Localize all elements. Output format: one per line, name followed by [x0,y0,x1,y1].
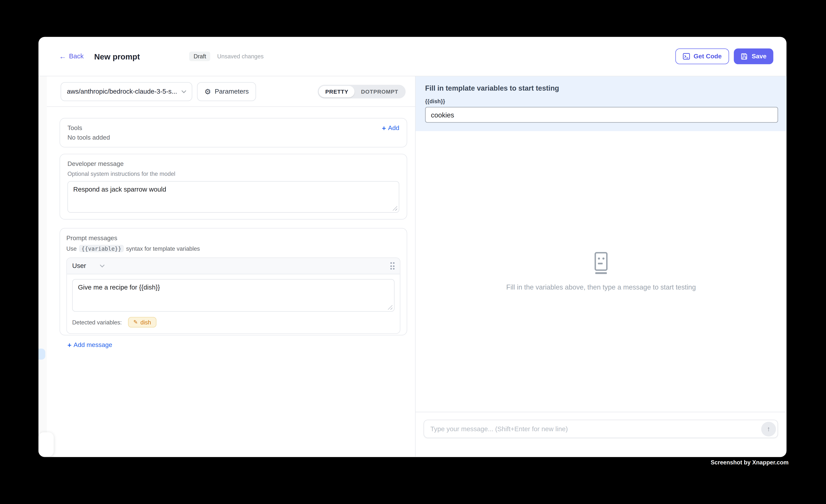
tools-empty-text: No tools added [67,134,399,141]
format-toggle: PRETTY DOTPROMPT [318,84,406,98]
watermark-text: Screenshot by Xnapper.com [711,459,789,465]
page-title: New prompt [94,52,140,61]
hint-prefix: Use [66,245,77,252]
variable-chip-label: dish [140,319,151,325]
save-label: Save [752,53,766,60]
detected-variables-label: Detected variables: [72,319,122,325]
get-code-label: Get Code [694,53,722,60]
developer-message-subtitle: Optional system instructions for the mod… [67,171,399,177]
add-message-button[interactable]: + Add message [67,341,112,349]
send-button[interactable]: ↑ [761,422,776,436]
hint-suffix: syntax for template variables [126,245,200,252]
get-code-button[interactable]: Get Code [675,48,729,64]
back-label: Back [69,53,84,60]
back-arrow-icon: ← [59,53,66,60]
plus-icon: + [67,341,71,348]
chat-message-input[interactable] [423,420,778,438]
variable-dish-input[interactable] [425,107,778,123]
developer-message-title: Developer message [67,160,399,167]
add-tool-button[interactable]: + Add [382,124,399,132]
terminal-icon [683,53,690,60]
drag-handle-icon[interactable] [390,262,395,269]
variable-syntax-chip: {{variable}} [79,245,124,252]
gear-icon: ⚙︎ [204,87,211,95]
status-badge: Draft [189,52,211,61]
template-variables-section: Fill in template variables to start test… [416,76,786,131]
unsaved-changes-text: Unsaved changes [217,53,263,60]
send-arrow-icon: ↑ [767,425,770,433]
back-button[interactable]: ← Back [59,53,83,60]
message-block: User Give me a recipe for {{dish}} Detec… [66,257,400,334]
test-panel: Fill in template variables to start test… [416,76,786,456]
editor-cards: Tools + Add No tools added Developer mes… [47,107,415,335]
developer-message-input[interactable]: Respond as jack sparrow would [67,181,399,212]
detected-variables-row: Detected variables: ✎ dish [72,317,395,327]
model-toolbar: aws/anthropic/bedrock-claude-3-5-s... ⚙︎… [47,76,415,107]
add-tool-label: Add [388,124,399,132]
model-select-value: aws/anthropic/bedrock-claude-3-5-s... [67,87,177,95]
window-body: aws/anthropic/bedrock-claude-3-5-s... ⚙︎… [39,76,786,456]
bottom-left-popover [39,432,54,456]
role-select[interactable]: User [72,262,105,269]
template-variables-title: Fill in template variables to start test… [425,84,778,92]
add-message-label: Add message [74,341,112,349]
composer-inner: ↑ [423,420,778,438]
tools-card-header: Tools + Add [67,124,399,132]
robot-face-icon [588,252,614,275]
app-window: ← Back New prompt Draft Unsaved changes … [39,37,786,457]
message-header: User [67,258,400,274]
save-button[interactable]: Save [734,48,773,64]
header: ← Back New prompt Draft Unsaved changes … [39,37,786,76]
pencil-icon: ✎ [133,320,138,325]
tools-card: Tools + Add No tools added [60,118,407,147]
save-icon [741,53,748,60]
developer-message-card: Developer message Optional system instru… [60,154,407,219]
plus-icon: + [382,125,386,131]
message-text-input[interactable]: Give me a recipe for {{dish}} [72,279,395,312]
variable-chip-dish[interactable]: ✎ dish [128,317,156,327]
toggle-pretty[interactable]: PRETTY [319,85,355,97]
chat-empty-state: Fill in the variables above, then type a… [416,131,786,412]
parameters-label: Parameters [215,87,249,95]
page-background: ← Back New prompt Draft Unsaved changes … [0,0,826,504]
prompt-editor-panel: aws/anthropic/bedrock-claude-3-5-s... ⚙︎… [47,76,416,456]
message-composer: ↑ [416,412,786,456]
chat-empty-text: Fill in the variables above, then type a… [506,284,696,291]
message-body: Give me a recipe for {{dish}} Detected v… [67,274,400,333]
left-rail-active-item[interactable] [39,349,45,360]
model-select[interactable]: aws/anthropic/bedrock-claude-3-5-s... [61,82,192,101]
toggle-dotprompt[interactable]: DOTPROMPT [355,85,405,97]
left-rail [39,76,47,456]
chevron-down-icon [181,90,186,93]
prompt-messages-title: Prompt messages [66,234,400,242]
tools-title: Tools [67,124,82,132]
role-select-value: User [72,262,86,269]
chevron-down-icon [100,264,105,267]
prompt-messages-card: Prompt messages Use {{variable}} syntax … [60,228,407,335]
parameters-button[interactable]: ⚙︎ Parameters [197,82,256,101]
template-syntax-hint: Use {{variable}} syntax for template var… [66,245,400,252]
variable-dish-label: {{dish}} [425,98,778,104]
